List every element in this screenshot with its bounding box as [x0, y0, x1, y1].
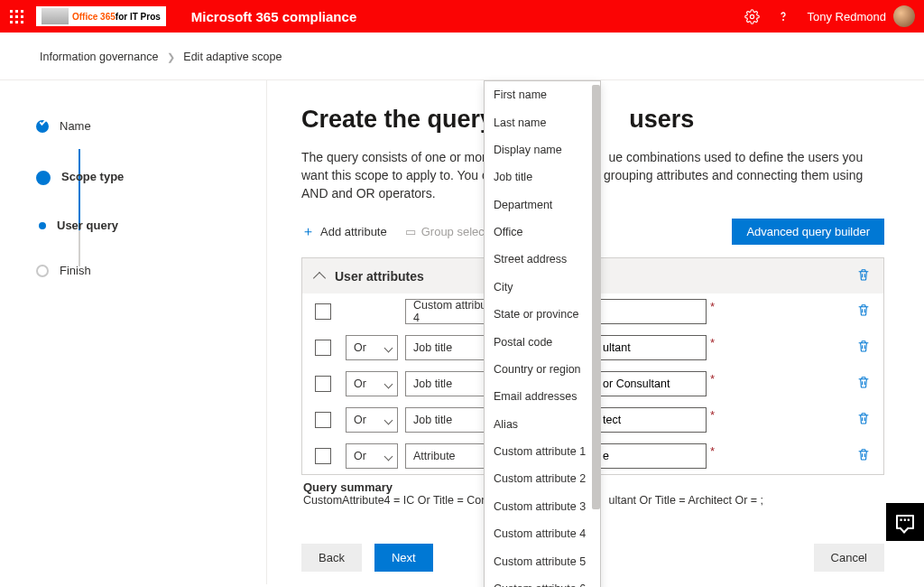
chevron-right-icon: ❯ — [162, 51, 180, 62]
svg-rect-1 — [15, 10, 18, 13]
plus-icon: ＋ — [301, 223, 315, 240]
tenant-logo-text2: for IT Pros — [116, 12, 161, 22]
chat-icon — [896, 515, 914, 529]
chevron-up-icon — [313, 271, 326, 284]
next-button[interactable]: Next — [374, 544, 433, 572]
app-header: Office 365 for IT Pros Microsoft 365 com… — [0, 0, 924, 33]
operator-select[interactable]: Or — [346, 407, 398, 433]
svg-rect-3 — [10, 15, 13, 18]
breadcrumb: Information governance ❯ Edit adaptive s… — [0, 33, 924, 80]
svg-rect-7 — [15, 21, 18, 23]
advanced-query-builder-button[interactable]: Advanced query builder — [732, 219, 884, 245]
dropdown-option[interactable]: Email addresses — [485, 383, 600, 410]
dropdown-option[interactable]: Last name — [485, 108, 600, 135]
delete-row-button[interactable] — [856, 375, 871, 393]
delete-row-button[interactable] — [856, 411, 871, 429]
dropdown-option[interactable]: City — [485, 274, 600, 301]
svg-rect-6 — [10, 21, 13, 23]
dropdown-option[interactable]: Office — [485, 219, 600, 246]
cancel-button[interactable]: Cancel — [814, 544, 884, 572]
value-input[interactable] — [596, 299, 707, 324]
dropdown-option[interactable]: Custom attribute 2 — [485, 465, 600, 492]
back-button[interactable]: Back — [301, 544, 362, 572]
wizard-step-name[interactable]: Name — [36, 111, 248, 142]
dropdown-option[interactable]: Custom attribute 1 — [485, 438, 600, 465]
content-area: Name Scope type User query Finish Create… — [0, 80, 924, 584]
svg-rect-8 — [21, 21, 23, 23]
dropdown-option[interactable]: First name — [485, 81, 600, 108]
wizard-step-user-query[interactable]: User query — [36, 210, 248, 241]
operator-select[interactable]: Or — [346, 443, 398, 469]
dropdown-option[interactable]: Department — [485, 191, 600, 219]
dropdown-option[interactable]: Street address — [485, 246, 600, 273]
wizard-step-scope-type[interactable]: Scope type — [36, 162, 248, 192]
dropdown-option[interactable]: Alias — [485, 411, 600, 438]
dropdown-option[interactable]: Custom attribute 3 — [485, 493, 600, 520]
delete-group-button[interactable] — [856, 267, 871, 284]
dropdown-option[interactable]: Job title — [485, 163, 600, 191]
user-name: Tony Redmond — [808, 10, 886, 23]
tenant-logo-text1: Office 365 — [72, 12, 116, 22]
wizard-step-finish[interactable]: Finish — [36, 256, 248, 286]
svg-rect-4 — [15, 15, 18, 18]
dropdown-option[interactable]: Custom attribute 4 — [485, 520, 600, 547]
wizard-sidebar: Name Scope type User query Finish — [0, 80, 267, 584]
value-input[interactable] — [596, 371, 707, 396]
value-input[interactable] — [596, 407, 707, 433]
user-menu[interactable]: Tony Redmond — [799, 5, 924, 27]
value-input[interactable] — [596, 335, 707, 360]
feedback-button[interactable] — [886, 503, 924, 541]
row-checkbox[interactable] — [315, 376, 331, 392]
dropdown-scrollbar[interactable] — [592, 83, 600, 587]
breadcrumb-item-1[interactable]: Information governance — [40, 51, 158, 63]
delete-row-button[interactable] — [856, 447, 871, 465]
avatar — [893, 5, 915, 27]
app-title: Microsoft 365 compliance — [191, 9, 356, 24]
svg-rect-5 — [21, 15, 23, 18]
value-input[interactable] — [596, 443, 707, 469]
svg-point-9 — [750, 14, 753, 18]
delete-row-button[interactable] — [856, 339, 871, 357]
delete-row-button[interactable] — [856, 303, 871, 321]
settings-icon[interactable] — [737, 0, 768, 33]
attribute-dropdown[interactable]: First nameLast nameDisplay nameJob title… — [484, 80, 601, 587]
row-checkbox[interactable] — [315, 448, 331, 464]
dropdown-option[interactable]: Country or region — [485, 356, 600, 383]
breadcrumb-item-2[interactable]: Edit adaptive scope — [183, 51, 282, 63]
tenant-logo-image — [42, 8, 69, 24]
operator-select[interactable]: Or — [346, 335, 398, 360]
tenant-logo: Office 365 for IT Pros — [36, 6, 166, 26]
row-checkbox[interactable] — [315, 303, 331, 320]
svg-point-10 — [782, 20, 783, 21]
svg-rect-0 — [10, 10, 13, 13]
row-checkbox[interactable] — [315, 412, 331, 428]
row-checkbox[interactable] — [315, 340, 331, 356]
dropdown-option[interactable]: Postal code — [485, 328, 600, 355]
group-icon: ▭ — [405, 225, 416, 238]
add-attribute-button[interactable]: ＋ Add attribute — [301, 223, 387, 240]
app-launcher-button[interactable] — [0, 0, 32, 33]
dropdown-option[interactable]: Custom attribute 5 — [485, 547, 600, 574]
help-icon[interactable] — [768, 0, 799, 33]
dropdown-option[interactable]: Custom attribute 6 — [485, 575, 600, 587]
dropdown-option[interactable]: Display name — [485, 136, 600, 163]
svg-rect-2 — [21, 10, 23, 13]
operator-select[interactable]: Or — [346, 371, 398, 396]
dropdown-option[interactable]: State or province — [485, 301, 600, 328]
